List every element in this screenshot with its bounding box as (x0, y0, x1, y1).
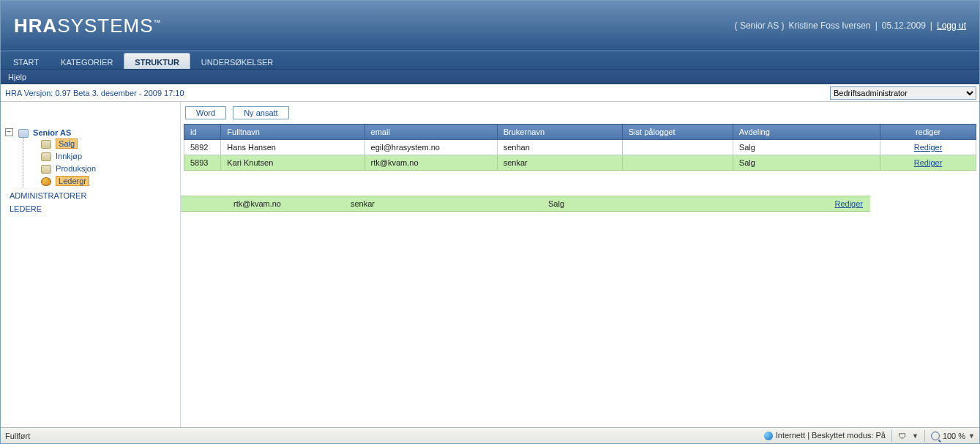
nav-struktur[interactable]: STRUKTUR (124, 53, 190, 69)
content-area: Word Ny ansatt id Fulltnavn email Bruker… (181, 102, 979, 427)
company-name: ( Senior AS ) (735, 21, 785, 31)
table-row[interactable]: 5893 Kari Knutsen rtk@kvam.no senkar Sal… (184, 155, 976, 171)
main-area: − Senior AS Salg Innkjøp Produksjon (1, 102, 979, 427)
info-bar: HRA Versjon: 0.97 Beta 3. desember - 200… (1, 84, 979, 102)
nav-kategorier[interactable]: KATEGORIER (50, 53, 124, 69)
logo: HRASYSTEMS™ (14, 15, 162, 37)
col-dept[interactable]: Avdeling (733, 125, 880, 140)
dropdown-icon[interactable]: ▼ (968, 432, 975, 440)
help-link[interactable]: Hjelp (8, 73, 26, 81)
word-button[interactable]: Word (185, 106, 226, 119)
tree-collapse-icon[interactable]: − (5, 128, 13, 136)
table-row[interactable]: 5892 Hans Hansen egil@hrasystem.no senha… (184, 140, 976, 155)
logo-bold: HRA (14, 15, 57, 37)
zoom-control[interactable]: 100 % ▼ (931, 432, 975, 440)
dept-icon (41, 165, 51, 174)
header-right: ( Senior AS ) Kristine Foss Iversen | 05… (735, 21, 966, 31)
security-icon[interactable]: 🛡 (898, 432, 906, 440)
new-employee-button[interactable]: Ny ansatt (233, 106, 288, 119)
group-icon (41, 177, 51, 186)
col-edit[interactable]: rediger (880, 125, 976, 140)
col-email[interactable]: email (364, 125, 497, 140)
status-right: Internett | Beskyttet modus: På 🛡 ▼ 100 … (764, 430, 975, 442)
col-username[interactable]: Brukernavn (497, 125, 622, 140)
col-fullname[interactable]: Fulltnavn (221, 125, 364, 140)
status-bar: Fullført Internett | Beskyttet modus: På… (1, 427, 979, 443)
grid-header-row: id Fulltnavn email Brukernavn Sist pålog… (184, 125, 976, 140)
col-id[interactable]: id (184, 125, 221, 140)
header-date: 05.12.2009 (882, 21, 926, 31)
status-net: Internett | Beskyttet modus: På (764, 431, 886, 440)
org-tree: − Senior AS Salg Innkjøp Produksjon (1, 102, 181, 427)
logo-light: SYSTEMS (57, 15, 153, 37)
tree-admins[interactable]: ADMINISTRATORER (5, 189, 177, 202)
edit-link[interactable]: Rediger (834, 199, 863, 208)
org-icon (18, 129, 29, 138)
logo-tm: ™ (154, 18, 162, 26)
tree-leaders[interactable]: LEDERE (5, 202, 177, 215)
employee-grid: id Fulltnavn email Brukernavn Sist pålog… (184, 124, 976, 171)
dept-icon (41, 152, 51, 161)
main-nav: START KATEGORIER STRUKTUR UNDERSØKELSER (1, 51, 979, 70)
dept-icon (41, 140, 51, 149)
tree-dept-produksjon[interactable]: Produksjon (56, 164, 96, 173)
zoom-icon (931, 432, 940, 440)
app-header: HRASYSTEMS™ ( Senior AS ) Kristine Foss … (1, 1, 979, 51)
edit-link[interactable]: Rediger (886, 143, 970, 152)
globe-icon (764, 432, 773, 440)
dropdown-icon[interactable]: ▼ (912, 432, 919, 440)
status-left: Fullført (5, 432, 30, 440)
tree-group-leder[interactable]: Ledergr (56, 176, 89, 186)
nav-start[interactable]: START (2, 53, 50, 69)
dragged-row[interactable]: 5893 Kari Knutsen rtk@kvam.no senkar Sal… (181, 196, 870, 212)
logout-link[interactable]: Logg ut (937, 21, 966, 31)
col-lastlogin[interactable]: Sist pålogget (622, 125, 733, 140)
user-name: Kristine Foss Iversen (789, 21, 871, 31)
role-select[interactable]: Bedriftsadministrator (830, 86, 976, 100)
tree-dept-innkjop[interactable]: Innkjøp (56, 152, 82, 160)
version-text: HRA Versjon: 0.97 Beta 3. desember - 200… (5, 89, 184, 97)
button-row: Word Ny ansatt (184, 106, 976, 124)
subnav: Hjelp (1, 70, 979, 84)
nav-undersokelser[interactable]: UNDERSØKELSER (190, 53, 284, 69)
tree-dept-salg[interactable]: Salg (56, 138, 78, 149)
tree-root[interactable]: Senior AS (33, 128, 71, 137)
edit-link[interactable]: Rediger (886, 158, 970, 167)
